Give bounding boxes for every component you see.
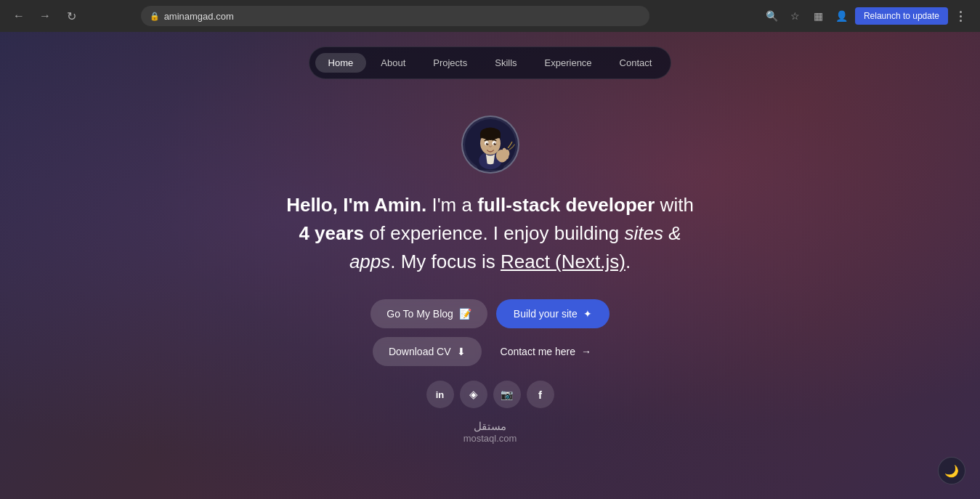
instagram-icon: 📷 [501,389,513,400]
avatar-image [463,117,518,172]
build-button[interactable]: Build your site ✦ [496,299,610,328]
address-bar: 🔒 aminamgad.com [141,6,649,26]
lock-icon: 🔒 [150,12,160,21]
social-row: in ◈ 📷 f [426,381,554,408]
contact-label: Contact me here [501,346,576,357]
moon-icon: 🌙 [944,464,959,478]
build-label: Build your site [514,308,578,320]
linkedin-button[interactable]: in [426,381,454,408]
menu-button[interactable] [951,6,971,26]
svg-point-10 [494,143,495,144]
page-content: Home About Projects Skills Experience Co… [0,32,980,499]
search-button[interactable]: 🔍 [762,6,782,26]
contact-arrow-icon: → [581,346,591,357]
nav-item-projects[interactable]: Projects [420,53,480,73]
svg-point-9 [487,143,487,144]
watermark-url: mostaql.com [463,433,517,444]
nav-item-skills[interactable]: Skills [482,53,530,73]
instagram-button[interactable]: 📷 [493,381,521,408]
profile-button[interactable]: 👤 [832,6,852,26]
contact-button[interactable]: Contact me here → [485,337,608,366]
portfolio-button[interactable]: ◈ [460,381,487,408]
blog-label: Go To My Blog [386,308,453,320]
reload-button[interactable]: ↻ [61,6,81,26]
nav-item-about[interactable]: About [368,53,418,73]
back-button[interactable]: ← [9,6,29,26]
button-row-2: Download CV ⬇ Contact me here → [373,337,607,366]
button-row-1: Go To My Blog 📝 Build your site ✦ [370,299,610,328]
facebook-icon: f [538,389,542,401]
watermark-logo: مستقل [463,420,517,433]
watermark: مستقل mostaql.com [463,420,517,444]
toolbar-right: 🔍 ☆ ▦ 👤 Relaunch to update [762,6,971,26]
nav-item-home[interactable]: Home [315,53,367,73]
hero-section: Hello, I'm Amin. I'm a full-stack develo… [0,79,980,444]
facebook-button[interactable]: f [527,381,554,408]
cv-label: Download CV [389,346,451,357]
sidebar-button[interactable]: ▦ [809,6,829,26]
nav-item-contact[interactable]: Contact [607,53,665,73]
build-icon: ✦ [583,308,592,320]
blog-button[interactable]: Go To My Blog 📝 [370,299,487,328]
hero-text: Hello, I'm Amin. I'm a full-stack develo… [265,191,716,276]
relaunch-button[interactable]: Relaunch to update [855,7,948,25]
svg-point-8 [493,142,496,145]
nav-item-experience[interactable]: Experience [532,53,605,73]
nav-pill: Home About Projects Skills Experience Co… [309,46,672,79]
cv-icon: ⬇ [457,346,466,357]
browser-chrome: ← → ↻ 🔒 aminamgad.com 🔍 ☆ ▦ 👤 Relaunch t… [0,0,980,32]
cv-button[interactable]: Download CV ⬇ [373,337,482,366]
greeting-text: Hello, I'm Amin. I'm a full-stack develo… [286,194,694,272]
forward-button[interactable]: → [35,6,55,26]
dark-mode-toggle[interactable]: 🌙 [938,457,965,484]
nav-container: Home About Projects Skills Experience Co… [0,32,980,79]
linkedin-icon: in [436,389,445,400]
bookmark-button[interactable]: ☆ [785,6,806,26]
blog-icon: 📝 [459,308,471,320]
url-text: aminamgad.com [164,11,234,22]
portfolio-icon: ◈ [469,388,478,401]
avatar [461,115,519,174]
svg-point-7 [485,142,488,145]
